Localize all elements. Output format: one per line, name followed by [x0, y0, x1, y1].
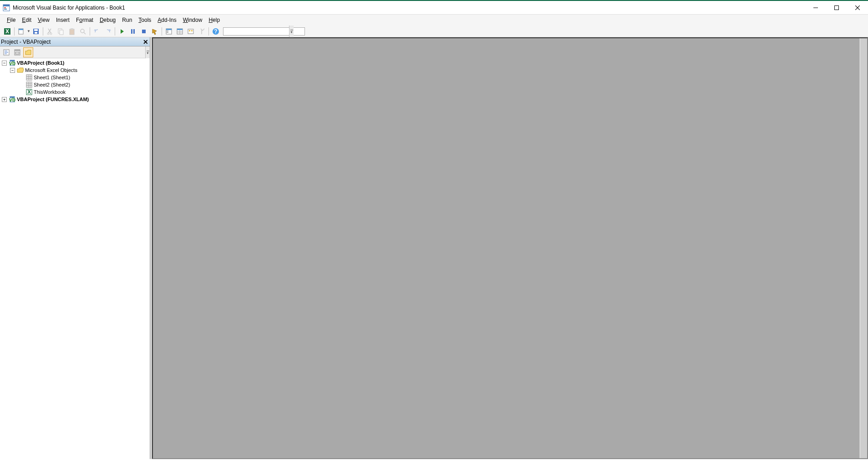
menu-run[interactable]: Run [119, 15, 135, 25]
svg-rect-57 [26, 82, 32, 87]
svg-marker-27 [152, 29, 157, 35]
vba-project-icon: vb [9, 59, 16, 66]
svg-rect-38 [189, 30, 190, 31]
svg-text:X: X [5, 28, 9, 35]
project-toolbar-overflow[interactable]: ▼ [145, 46, 150, 58]
properties-window-button[interactable] [175, 26, 185, 36]
copy-button[interactable] [56, 26, 66, 36]
design-mode-button[interactable] [150, 26, 160, 36]
svg-rect-48 [15, 52, 19, 54]
break-button[interactable] [128, 26, 138, 36]
toolbar-separator [162, 27, 162, 36]
svg-rect-13 [34, 29, 38, 31]
menu-view[interactable]: View [35, 15, 53, 25]
svg-rect-5 [835, 5, 839, 10]
insert-module-button[interactable] [16, 26, 26, 36]
project-panel-close-button[interactable]: ✕ [142, 38, 150, 46]
tree-label: VBAProject (FUNCRES.XLAM) [17, 97, 89, 102]
view-object-button[interactable] [12, 47, 22, 57]
svg-rect-31 [167, 32, 168, 33]
toolbar-overflow[interactable]: ▼ [289, 26, 294, 37]
toolbar-separator [14, 27, 15, 36]
tree-node-sheet2[interactable]: Sheet2 (Sheet2) [1, 81, 149, 88]
menu-addins[interactable]: Add-Ins [154, 15, 179, 25]
close-button[interactable] [847, 1, 868, 15]
maximize-button[interactable] [826, 1, 847, 15]
tree-label: Sheet1 (Sheet1) [34, 75, 70, 80]
project-panel-toolbar: ▼ [0, 46, 150, 58]
tree-collapse-icon[interactable]: − [10, 68, 15, 73]
tree-label: Microsoft Excel Objects [25, 67, 77, 73]
tree-node-vbaproject-funcres[interactable]: + vb VBAProject (FUNCRES.XLAM) [1, 96, 149, 103]
menu-insert[interactable]: Insert [53, 15, 73, 25]
project-panel-header[interactable]: Project - VBAProject ✕ [0, 37, 150, 46]
toolbox-button[interactable] [197, 26, 207, 36]
main-area: Project - VBAProject ✕ ▼ − [0, 37, 868, 459]
toggle-folders-button[interactable] [23, 47, 33, 57]
tree-node-vbaproject-book1[interactable]: − vb VBAProject (Book1) [1, 59, 149, 66]
svg-rect-39 [191, 30, 193, 31]
svg-rect-2 [4, 7, 6, 8]
svg-text:vb: vb [9, 97, 15, 103]
mdi-client-area [152, 37, 868, 459]
workbook-icon: X [25, 88, 33, 96]
tree-label: ThisWorkbook [34, 89, 66, 95]
tree-collapse-icon[interactable]: − [2, 61, 7, 66]
menu-help[interactable]: Help [205, 15, 223, 25]
tree-expand-icon[interactable]: + [2, 97, 7, 102]
cut-button[interactable] [45, 26, 55, 36]
menu-bar: File Edit View Insert Format Debug Run T… [0, 15, 868, 26]
svg-rect-47 [15, 50, 20, 51]
svg-text:vb: vb [9, 60, 15, 66]
toolbar-separator [208, 27, 209, 36]
scrollbar-thumb[interactable] [860, 38, 867, 458]
view-excel-button[interactable]: X [2, 26, 12, 36]
tree-node-sheet1[interactable]: Sheet1 (Sheet1) [1, 74, 149, 81]
svg-rect-14 [35, 32, 37, 34]
reset-button[interactable] [139, 26, 149, 36]
svg-rect-33 [177, 29, 183, 30]
svg-rect-3 [4, 9, 7, 10]
folder-open-icon [17, 66, 24, 74]
insert-dropdown[interactable]: ▼ [27, 26, 30, 36]
tree-label: Sheet2 (Sheet2) [34, 82, 70, 87]
view-code-button[interactable] [1, 47, 11, 57]
svg-rect-25 [133, 29, 135, 34]
svg-rect-37 [188, 29, 193, 34]
svg-text:?: ? [214, 28, 217, 35]
project-tree[interactable]: − vb VBAProject (Book1) − Microsoft Exce… [0, 58, 150, 459]
svg-rect-26 [142, 30, 146, 33]
tree-node-thisworkbook[interactable]: X ThisWorkbook [1, 88, 149, 96]
menu-file[interactable]: File [4, 15, 19, 25]
undo-button[interactable] [92, 26, 102, 36]
project-explorer-panel: Project - VBAProject ✕ ▼ − [0, 37, 150, 459]
vba-project-icon: vb [9, 96, 16, 103]
svg-rect-20 [71, 28, 73, 30]
svg-text:X: X [27, 89, 31, 95]
menu-run-label: Run [122, 17, 132, 23]
menu-edit[interactable]: Edit [19, 15, 35, 25]
title-bar: Microsoft Visual Basic for Applications … [0, 1, 868, 15]
menu-window[interactable]: Window [180, 15, 206, 25]
run-button[interactable] [117, 26, 127, 36]
menu-debug[interactable]: Debug [96, 15, 119, 25]
svg-rect-30 [167, 31, 168, 31]
find-button[interactable] [78, 26, 88, 36]
redo-button[interactable] [103, 26, 113, 36]
object-browser-button[interactable] [186, 26, 196, 36]
paste-button[interactable] [67, 26, 77, 36]
tree-label: VBAProject (Book1) [17, 60, 65, 66]
svg-rect-1 [3, 5, 10, 6]
svg-marker-23 [121, 29, 124, 34]
tree-node-excel-objects[interactable]: − Microsoft Excel Objects [1, 66, 149, 74]
svg-point-21 [81, 29, 84, 33]
svg-rect-52 [26, 75, 32, 80]
menu-tools[interactable]: Tools [135, 15, 154, 25]
worksheet-icon [25, 81, 33, 88]
mdi-vertical-scrollbar[interactable] [859, 38, 867, 458]
minimize-button[interactable] [805, 1, 826, 15]
project-explorer-button[interactable] [164, 26, 174, 36]
help-button[interactable]: ? [211, 26, 221, 36]
save-button[interactable] [31, 26, 41, 36]
menu-format[interactable]: Format [73, 15, 96, 25]
